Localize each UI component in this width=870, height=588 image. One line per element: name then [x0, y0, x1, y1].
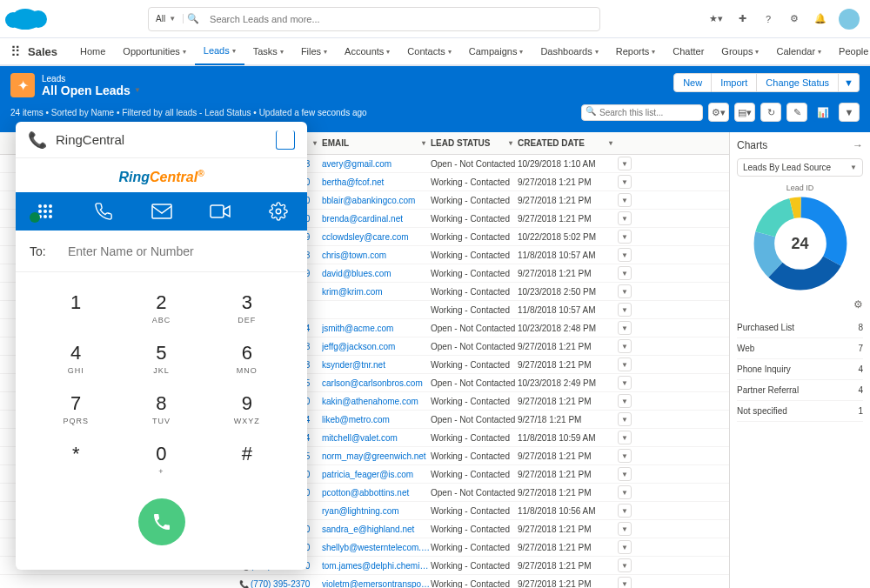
row-actions[interactable]: ▼ [618, 577, 632, 588]
help-icon[interactable]: ? [760, 11, 776, 27]
key-#[interactable]: # [204, 434, 290, 484]
nav-files[interactable]: Files▾ [292, 37, 336, 65]
email-link[interactable]: patricia_feager@is.com [322, 470, 431, 479]
row-actions[interactable]: ▼ [618, 485, 632, 499]
key-3[interactable]: 3DEF [204, 283, 290, 333]
email-link[interactable]: tom.james@delphi.chemicals.com [322, 561, 431, 571]
app-launcher-icon[interactable]: ⠿ [10, 43, 21, 60]
row-actions[interactable]: ▼ [618, 266, 632, 280]
messages-tab[interactable] [144, 204, 179, 219]
email-link[interactable]: mitchell@valet.com [322, 433, 431, 443]
email-link[interactable]: jsmith@acme.com [322, 324, 431, 333]
chart-button[interactable]: 📊 [813, 103, 833, 122]
video-tab[interactable] [203, 204, 238, 218]
new-button[interactable]: New [673, 73, 712, 92]
email-link[interactable]: shellyb@westerntelecom.net [322, 543, 431, 552]
nav-chatter[interactable]: Chatter [664, 37, 713, 65]
nav-leads[interactable]: Leads▾ [195, 37, 244, 65]
col-email[interactable]: EMAIL▾ [322, 138, 431, 148]
row-actions[interactable]: ▼ [618, 540, 632, 554]
email-link[interactable]: ryan@lightning.com [322, 506, 431, 516]
row-actions[interactable]: ▼ [618, 558, 632, 572]
key-5[interactable]: 5JKL [118, 333, 204, 384]
row-actions[interactable]: ▼ [618, 504, 632, 518]
filter-button[interactable]: ▼ [839, 103, 860, 122]
row-actions[interactable]: ▼ [618, 449, 632, 463]
nav-calendar[interactable]: Calendar▾ [767, 37, 830, 65]
col-created[interactable]: CREATED DATE▾ [518, 138, 618, 148]
col-status[interactable]: LEAD STATUS▾ [431, 138, 518, 148]
email-link[interactable]: violetm@emersontransport.com [322, 579, 431, 589]
email-link[interactable]: cclowdsley@care.com [322, 232, 431, 242]
nav-campaigns[interactable]: Campaigns▾ [460, 37, 532, 65]
call-button[interactable] [138, 498, 185, 545]
notifications-icon[interactable]: 🔔 [813, 11, 828, 27]
nav-people[interactable]: People▾ [830, 37, 870, 65]
email-link[interactable]: carlson@carlsonbros.com [322, 378, 431, 388]
key-4[interactable]: 4GHI [33, 333, 118, 384]
email-link[interactable]: pcotton@abbottins.net [322, 488, 431, 498]
row-actions[interactable]: ▼ [618, 303, 632, 317]
row-actions[interactable]: ▼ [618, 248, 632, 262]
nav-tasks[interactable]: Tasks▾ [244, 37, 292, 65]
email-link[interactable]: bertha@fcof.net [322, 177, 431, 187]
key-2[interactable]: 2ABC [118, 283, 204, 333]
email-link[interactable]: likeb@metro.com [322, 415, 431, 424]
row-actions[interactable]: ▼ [618, 193, 632, 207]
nav-contacts[interactable]: Contacts▾ [398, 37, 459, 65]
email-link[interactable]: avery@gmail.com [322, 159, 431, 169]
dial-input[interactable] [68, 244, 307, 258]
list-view-name[interactable]: All Open Leads ▼ [42, 84, 141, 97]
key-8[interactable]: 8TUV [118, 384, 204, 434]
expand-icon[interactable]: → [853, 139, 863, 151]
row-actions[interactable]: ▼ [618, 284, 632, 298]
key-1[interactable]: 1 [33, 283, 118, 333]
nav-groups[interactable]: Groups▾ [713, 37, 767, 65]
email-link[interactable]: krim@krim.com [322, 287, 431, 297]
search-input[interactable] [203, 14, 599, 24]
email-link[interactable]: kakin@athenahome.com [322, 397, 431, 406]
email-link[interactable]: sandra_e@highland.net [322, 525, 431, 534]
email-link[interactable]: norm_may@greenwich.net [322, 451, 431, 461]
more-actions-button[interactable]: ▼ [839, 73, 860, 92]
row-actions[interactable]: ▼ [618, 230, 632, 244]
nav-opportunities[interactable]: Opportunities▾ [114, 37, 194, 65]
phone-link[interactable]: 📞(770) 395-2370 [239, 579, 322, 589]
add-icon[interactable]: ✚ [734, 11, 750, 27]
favorites-icon[interactable]: ★▾ [708, 11, 724, 27]
email-link[interactable]: bblair@abankingco.com [322, 196, 431, 205]
chart-settings-icon[interactable]: ⚙ [737, 298, 863, 311]
row-actions[interactable]: ▼ [618, 211, 632, 225]
display-button[interactable]: ▤▾ [734, 103, 755, 122]
edit-button[interactable]: ✎ [786, 103, 807, 122]
settings-tab[interactable] [261, 202, 296, 221]
row-actions[interactable]: ▼ [618, 175, 632, 189]
row-actions[interactable]: ▼ [618, 339, 632, 353]
row-actions[interactable]: ▼ [618, 376, 632, 390]
row-actions[interactable]: ▼ [618, 394, 632, 408]
nav-dashboards[interactable]: Dashboards▾ [532, 37, 606, 65]
search-filter[interactable]: All▼ [149, 14, 184, 23]
key-6[interactable]: 6MNO [204, 333, 290, 384]
row-actions[interactable]: ▼ [618, 522, 632, 536]
refresh-button[interactable]: ↻ [760, 103, 781, 122]
global-search[interactable]: All▼ 🔍 [148, 7, 600, 31]
email-link[interactable]: ksynder@tnr.net [322, 360, 431, 370]
key-7[interactable]: 7PQRS [33, 384, 118, 434]
nav-home[interactable]: Home [71, 37, 114, 65]
list-search-input[interactable] [581, 104, 703, 121]
email-link[interactable]: chris@town.com [322, 251, 431, 260]
row-actions[interactable]: ▼ [618, 357, 632, 371]
chart-selector[interactable]: Leads By Lead Source▼ [737, 158, 863, 177]
key-9[interactable]: 9WXYZ [204, 384, 290, 434]
import-button[interactable]: Import [712, 73, 757, 92]
key-*[interactable]: * [33, 434, 118, 484]
nav-reports[interactable]: Reports▾ [607, 37, 665, 65]
row-actions[interactable]: ▼ [618, 321, 632, 335]
email-link[interactable]: jeffg@jackson.com [322, 342, 431, 351]
avatar[interactable] [839, 9, 860, 30]
email-link[interactable]: brenda@cardinal.net [322, 214, 431, 224]
nav-accounts[interactable]: Accounts▾ [336, 37, 398, 65]
setup-icon[interactable]: ⚙ [786, 11, 802, 27]
row-actions[interactable]: ▼ [618, 467, 632, 481]
